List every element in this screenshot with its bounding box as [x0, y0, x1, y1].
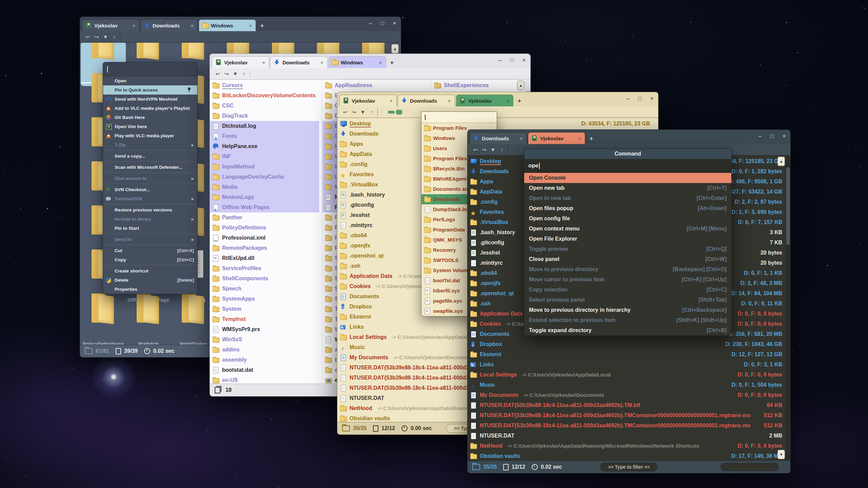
file-row[interactable]: Links D: 0, F: 3, 1 KB	[468, 360, 785, 370]
tab[interactable]: Vjekoslav ×	[528, 132, 585, 144]
file-row[interactable]: WinSxS	[210, 334, 319, 345]
palette-item[interactable]: Toggle expand directory [Ctrl+B]	[524, 325, 731, 336]
back-button[interactable]: ↩	[83, 34, 92, 40]
palette-item[interactable]: Select previous panel [Shift+Tab]	[524, 295, 731, 305]
tab-close-icon[interactable]: ×	[190, 23, 195, 28]
file-row[interactable]: BitLockerDiscoveryVolumeContents	[210, 90, 319, 101]
file-row[interactable]: My Documents -> C:\Users\Vjekoslav\Docum…	[468, 390, 785, 400]
palette-item[interactable]: Copy selection [Ctrl+C]	[524, 285, 731, 295]
tab[interactable]: Downloads ×	[140, 19, 198, 31]
palette-item[interactable]: Toggle preview [Ctrl+Q]	[524, 244, 731, 254]
scrollbar[interactable]	[786, 156, 790, 461]
context-menu-item[interactable]: Cut [Ctrl+X] ▶	[103, 246, 197, 255]
palette-item[interactable]: Move to previous directory in hierarchy …	[524, 305, 731, 315]
palette-item[interactable]: Open config file	[524, 214, 731, 224]
file-row[interactable]: CSC	[210, 101, 319, 111]
file-row[interactable]: PolicyDefinitions	[210, 223, 319, 233]
file-row[interactable]: Speech	[210, 284, 319, 294]
file-row[interactable]: RtlExUpd.dll	[210, 253, 319, 263]
palette-item[interactable]: Open new tab [Ctrl+T]	[524, 183, 731, 193]
file-row[interactable]: SystemApps	[210, 294, 319, 304]
context-menu-item[interactable]: Open ▶	[103, 76, 197, 85]
file-row[interactable]: NTUSER.DAT 2 MB	[468, 431, 785, 441]
tab-close-icon[interactable]: ×	[378, 60, 383, 65]
file-row[interactable]: Eksterni D: 12, F: 127, 12 GB	[468, 349, 785, 360]
close-button[interactable]: ×	[783, 133, 786, 140]
palette-item[interactable]: Move cursor to previous item [Ctrl+K] [C…	[524, 274, 731, 285]
tab[interactable]: Downloads ×	[470, 132, 527, 144]
history-dropdown-button[interactable]: ▼	[489, 147, 497, 152]
palette-item[interactable]: Close panel [Ctrl+W]	[524, 254, 731, 264]
file-row[interactable]: DtcInstall.log	[210, 121, 319, 131]
file-row[interactable]: assembly	[210, 355, 319, 365]
new-tab-button[interactable]: +	[387, 59, 397, 68]
file-row[interactable]: NetHood -> C:\Users\Vjekoslav\AppData\Ro…	[468, 441, 785, 451]
tab[interactable]: Downloads ×	[398, 95, 455, 106]
up-button[interactable]: ↑	[367, 109, 376, 115]
file-row[interactable]: ModemLogs	[210, 192, 319, 202]
close-button[interactable]: ×	[393, 20, 396, 27]
file-row[interactable]: ServiceProfiles	[210, 263, 319, 273]
breadcrumb-item[interactable]	[388, 111, 395, 114]
file-row[interactable]: addins	[210, 345, 319, 355]
scroll-up-button[interactable]: ▲	[777, 157, 785, 166]
context-menu-item[interactable]: Send to ▶	[103, 235, 197, 244]
file-row[interactable]: Offline Web Pages	[210, 202, 319, 212]
maximize-button[interactable]: □	[770, 133, 774, 140]
grid-item[interactable]: Prefetch	[126, 306, 171, 345]
file-row[interactable]: ShellExperiences	[432, 80, 524, 90]
up-button[interactable]: ↑	[240, 71, 249, 77]
command-palette-input[interactable]: ope	[524, 159, 731, 173]
tab[interactable]: Vjekoslav ×	[212, 56, 269, 68]
scroll-up-button[interactable]: ▲	[517, 81, 525, 90]
forward-button[interactable]: ↪	[222, 71, 231, 77]
file-row[interactable]: AppReadiness	[322, 80, 431, 90]
dropdown-filter-input[interactable]	[421, 112, 497, 123]
file-row[interactable]: WMSysPr9.prx	[210, 324, 319, 334]
minimize-button[interactable]: –	[758, 133, 762, 140]
file-row[interactable]: Local Settings -> C:\Users\Vjekoslav\App…	[468, 370, 785, 380]
file-row[interactable]: Obsidian vaults D: 17, F: 149, 38 MB	[468, 451, 785, 461]
type-to-filter-button[interactable]: >> Type to filter <<	[600, 463, 657, 471]
up-button[interactable]: ↑	[497, 147, 506, 152]
palette-item[interactable]: Move to previous directory [Backspace] […	[524, 264, 731, 274]
back-button[interactable]: ↩	[213, 71, 222, 77]
context-menu-item[interactable]: Git Bash Here ▶	[103, 113, 197, 122]
tab-close-icon[interactable]: ×	[447, 98, 452, 104]
tab-close-icon[interactable]: ×	[505, 98, 510, 104]
new-tab-button[interactable]: +	[514, 98, 525, 106]
palette-item[interactable]: Open in new tab [Ctrl+Enter]	[524, 193, 731, 203]
context-menu-item[interactable]: SVN Checkout... ▶	[103, 185, 197, 194]
breadcrumb-item[interactable]	[396, 110, 402, 115]
maximize-button[interactable]: □	[510, 57, 514, 64]
file-row[interactable]: Fonts	[210, 131, 319, 141]
context-menu-item[interactable]: Give access to ▶	[103, 174, 197, 183]
tab-close-icon[interactable]: ×	[519, 136, 524, 141]
new-tab-button[interactable]: +	[586, 135, 596, 144]
palette-item[interactable]: Open context menu [Ctrl+M] [Menu]	[524, 224, 731, 234]
context-menu-item[interactable]: TortoiseSVN ▶	[103, 194, 197, 203]
forward-button[interactable]: ↪	[92, 34, 101, 40]
back-button[interactable]: ↩	[341, 109, 350, 115]
file-row[interactable]: Cursors	[210, 80, 319, 90]
history-dropdown-button[interactable]: ▼	[101, 34, 110, 40]
close-button[interactable]: ×	[522, 57, 526, 64]
context-menu-item[interactable]: Restore previous versions ▶	[103, 205, 197, 215]
tab[interactable]: Vjekoslav ×	[339, 95, 397, 106]
context-menu-item[interactable]: Pin to Quick access ▶	[103, 85, 197, 95]
file-row[interactable]: NTUSER.DAT{53b39e88-18c4-11ea-a811-000d3…	[468, 410, 785, 421]
context-menu-item[interactable]: 7-Zip ▶	[103, 140, 197, 149]
context-menu-filter-input[interactable]	[103, 62, 197, 76]
palette-item[interactable]: Open files popup [Alt+Down]	[524, 203, 731, 214]
forward-button[interactable]: ↪	[350, 109, 358, 115]
file-row[interactable]: HelpPane.exe	[210, 141, 319, 151]
scroll-down-button[interactable]: ▼	[777, 450, 785, 459]
palette-item[interactable]: Open Console	[524, 173, 731, 183]
new-tab-button[interactable]: +	[257, 22, 267, 31]
context-menu-item[interactable]: Send with NordVPN Meshnet ▶	[103, 95, 197, 104]
file-row[interactable]: System	[210, 304, 319, 314]
tab-close-icon[interactable]: ×	[389, 98, 394, 104]
minimize-button[interactable]: –	[498, 57, 501, 64]
close-button[interactable]: ×	[650, 95, 653, 102]
tab-close-icon[interactable]: ×	[248, 23, 253, 28]
